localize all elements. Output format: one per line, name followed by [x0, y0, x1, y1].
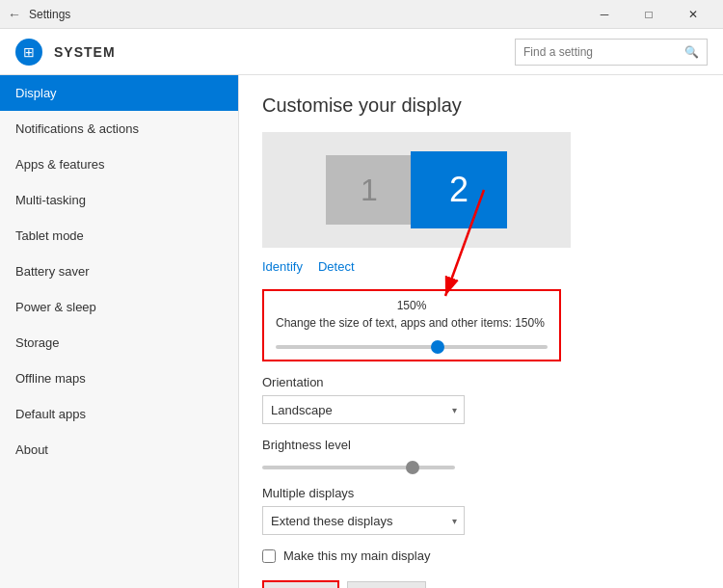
- titlebar-controls: ─ □ ✕: [582, 0, 715, 29]
- monitor-1[interactable]: 1: [326, 155, 413, 225]
- identify-detect-row: Identify Detect: [262, 259, 700, 274]
- system-icon: ⊞: [15, 39, 42, 66]
- app-header: ⊞ SYSTEM 🔍: [0, 29, 723, 75]
- display-preview: 1 2: [262, 132, 571, 248]
- sidebar-item-storage[interactable]: Storage: [0, 325, 238, 361]
- search-icon: 🔍: [684, 45, 699, 59]
- sidebar-item-maps[interactable]: Offline maps: [0, 361, 238, 396]
- multiple-displays-dropdown-wrapper: Extend these displays Duplicate these di…: [262, 506, 465, 535]
- titlebar-left: ← Settings: [8, 7, 70, 22]
- close-button[interactable]: ✕: [671, 0, 715, 29]
- cancel-button[interactable]: Cancel: [347, 581, 426, 588]
- orientation-select[interactable]: Landscape Portrait Landscape (flipped) P…: [262, 395, 465, 424]
- apply-button[interactable]: Apply: [262, 580, 339, 588]
- maximize-button[interactable]: □: [627, 0, 671, 29]
- scale-slider-container: [276, 337, 548, 352]
- sidebar-item-tablet[interactable]: Tablet mode: [0, 218, 238, 254]
- sidebar-item-battery[interactable]: Battery saver: [0, 254, 238, 289]
- app-header-left: ⊞ SYSTEM: [15, 39, 116, 66]
- identify-button[interactable]: Identify: [262, 259, 303, 274]
- sidebar-item-default[interactable]: Default apps: [0, 396, 238, 432]
- sidebar: Display Notifications & actions Apps & f…: [0, 75, 239, 588]
- search-input[interactable]: [523, 45, 684, 59]
- annotation-container: 1 2: [262, 132, 571, 248]
- brightness-label: Brightness level: [262, 438, 700, 452]
- main-layout: Display Notifications & actions Apps & f…: [0, 75, 723, 588]
- search-box[interactable]: 🔍: [515, 39, 708, 66]
- titlebar: ← Settings ─ □ ✕: [0, 0, 723, 29]
- sidebar-item-multitasking[interactable]: Multi-tasking: [0, 182, 238, 218]
- detect-button[interactable]: Detect: [318, 259, 355, 274]
- page-title: Customise your display: [262, 94, 700, 117]
- back-button[interactable]: ←: [8, 7, 21, 22]
- multiple-displays-select[interactable]: Extend these displays Duplicate these di…: [262, 506, 465, 535]
- scale-slider[interactable]: [276, 345, 548, 349]
- scale-section: 150% Change the size of text, apps and o…: [262, 289, 561, 361]
- orientation-label: Orientation: [262, 375, 700, 389]
- sidebar-item-about[interactable]: About: [0, 432, 238, 468]
- main-display-row: Make this my main display: [262, 548, 700, 563]
- monitor-2[interactable]: 2: [411, 151, 507, 228]
- app-title: SYSTEM: [54, 44, 116, 60]
- sidebar-item-display[interactable]: Display: [0, 75, 238, 111]
- orientation-dropdown-wrapper: Landscape Portrait Landscape (flipped) P…: [262, 395, 465, 424]
- make-main-checkbox[interactable]: [262, 549, 276, 563]
- content-area: Customise your display 1 2 Identify Dete: [239, 75, 723, 588]
- sidebar-item-notifications[interactable]: Notifications & actions: [0, 111, 238, 147]
- scale-desc: Change the size of text, apps and other …: [276, 316, 548, 330]
- button-row: Apply Cancel: [262, 580, 700, 588]
- make-main-label[interactable]: Make this my main display: [283, 548, 430, 563]
- brightness-slider[interactable]: [262, 466, 455, 469]
- sidebar-item-apps[interactable]: Apps & features: [0, 147, 238, 182]
- titlebar-title: Settings: [29, 8, 70, 21]
- sidebar-item-power[interactable]: Power & sleep: [0, 289, 238, 325]
- minimize-button[interactable]: ─: [582, 0, 627, 29]
- multiple-displays-label: Multiple displays: [262, 486, 700, 500]
- scale-value: 150%: [276, 299, 548, 312]
